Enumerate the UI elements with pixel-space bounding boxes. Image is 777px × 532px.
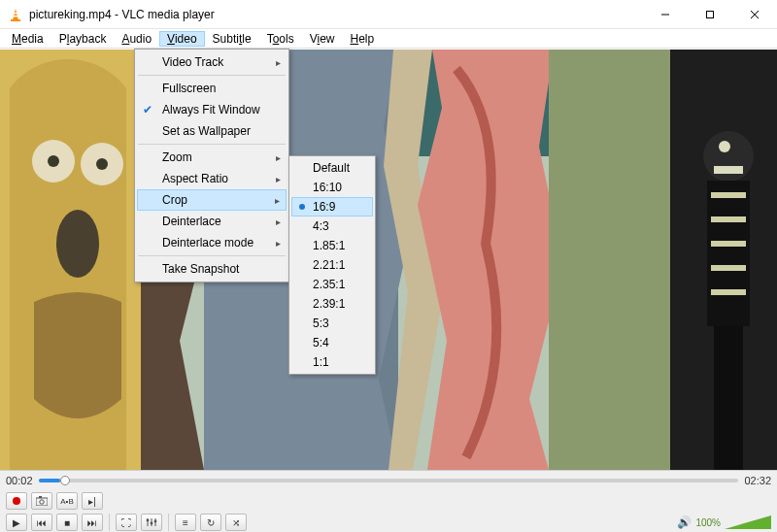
snapshot-button[interactable] (31, 492, 52, 510)
crop-option-5-3[interactable]: 5:3 (291, 314, 373, 333)
frame-step-button[interactable]: ▸| (82, 492, 103, 510)
menu-aspect-ratio[interactable]: Aspect Ratio▸ (137, 168, 287, 189)
svg-point-20 (703, 131, 754, 182)
chevron-right-icon: ▸ (276, 174, 281, 184)
vlc-cone-icon (8, 7, 23, 22)
shuffle-button[interactable]: ⤨ (225, 514, 247, 531)
video-dropdown: Video Track▸ Fullscreen ✔Always Fit Wind… (134, 49, 289, 283)
crop-option-16-9[interactable]: 16:9 (291, 197, 373, 216)
menu-fullscreen[interactable]: Fullscreen (137, 78, 287, 99)
divider (168, 514, 169, 531)
atob-loop-button[interactable]: A•B (56, 492, 78, 510)
crop-option-185-1[interactable]: 1.85:1 (291, 236, 373, 255)
crop-option-1-1[interactable]: 1:1 (291, 352, 373, 372)
next-button[interactable]: ⏭ (82, 514, 103, 531)
stop-icon: ■ (64, 517, 70, 528)
time-current: 00:02 (6, 475, 33, 486)
titlebar: pictureking.mp4 - VLC media player (0, 0, 777, 29)
loop-button[interactable]: ↻ (200, 514, 221, 531)
title-filename: pictureking.mp4 (29, 8, 112, 21)
window-title: pictureking.mp4 - VLC media player (29, 8, 643, 21)
svg-point-30 (151, 522, 153, 525)
crop-option-default[interactable]: Default (291, 158, 373, 178)
extended-settings-button[interactable] (141, 514, 162, 531)
svg-point-29 (147, 519, 150, 522)
seek-bar[interactable] (39, 479, 739, 482)
svg-rect-3 (14, 16, 17, 17)
record-icon (13, 497, 20, 505)
minimize-button[interactable] (643, 0, 688, 29)
crop-option-5-4[interactable]: 5:4 (291, 333, 373, 352)
menu-playback[interactable]: Playback (51, 31, 115, 47)
menu-separator (138, 255, 286, 256)
volume-control[interactable]: 🔊 100% (677, 515, 771, 529)
video-frame (0, 50, 777, 470)
chevron-right-icon: ▸ (276, 238, 281, 249)
crop-option-221-1[interactable]: 2.21:1 (291, 255, 373, 275)
svg-rect-18 (549, 50, 670, 470)
close-button[interactable] (732, 0, 777, 29)
menu-video-track[interactable]: Video Track▸ (137, 51, 287, 73)
crop-submenu: Default 16:10 16:9 4:3 1.85:1 2.21:1 2.3… (288, 155, 376, 375)
video-area[interactable] (0, 50, 777, 470)
extra-controls-row: A•B ▸| (0, 490, 777, 512)
svg-rect-5 (707, 11, 714, 17)
stop-button[interactable]: ■ (56, 514, 78, 531)
crop-option-16-10[interactable]: 16:10 (291, 178, 373, 197)
menu-crop[interactable]: Crop▸ (137, 189, 287, 211)
svg-rect-21 (707, 181, 750, 326)
shuffle-icon: ⤨ (232, 517, 240, 528)
svg-point-14 (48, 155, 59, 167)
menu-view[interactable]: View (302, 31, 343, 47)
playlist-button[interactable]: ≡ (175, 514, 196, 531)
timeline: 00:02 02:32 (0, 471, 777, 490)
chevron-right-icon: ▸ (276, 216, 281, 227)
menu-audio[interactable]: Audio (114, 31, 159, 47)
svg-rect-1 (11, 19, 20, 21)
speaker-icon: 🔊 (677, 515, 692, 529)
menu-take-snapshot[interactable]: Take Snapshot (137, 258, 287, 280)
next-icon: ⏭ (87, 517, 97, 528)
menu-separator (138, 144, 286, 145)
seek-progress (39, 479, 60, 482)
record-button[interactable] (6, 492, 27, 510)
menubar: Media Playback Audio Video Subtitle Tool… (0, 29, 777, 49)
camera-icon (36, 496, 48, 506)
menu-help[interactable]: Help (342, 31, 382, 47)
fullscreen-icon: ⛶ (121, 517, 131, 528)
svg-rect-22 (714, 326, 743, 470)
crop-option-239-1[interactable]: 2.39:1 (291, 294, 373, 314)
menu-set-as-wallpaper[interactable]: Set as Wallpaper (137, 120, 287, 142)
volume-percent: 100% (695, 517, 721, 528)
maximize-button[interactable] (688, 0, 732, 29)
previous-button[interactable]: ⏮ (31, 514, 52, 531)
svg-point-16 (56, 210, 99, 278)
title-appname: VLC media player (121, 8, 214, 21)
playlist-icon: ≡ (183, 517, 188, 528)
crop-option-235-1[interactable]: 2.35:1 (291, 275, 373, 294)
crop-option-4-3[interactable]: 4:3 (291, 216, 373, 236)
menu-subtitle[interactable]: Subtitle (205, 31, 259, 47)
menu-separator (138, 75, 286, 76)
main-controls-row: ▶ ⏮ ■ ⏭ ⛶ ≡ ↻ ⤨ 🔊 100% (0, 512, 777, 532)
svg-rect-25 (39, 496, 42, 498)
menu-tools[interactable]: Tools (259, 31, 302, 47)
menu-media[interactable]: Media (4, 31, 51, 47)
menu-video[interactable]: Video (159, 31, 204, 47)
play-button[interactable]: ▶ (6, 514, 27, 531)
menu-deinterlace-mode[interactable]: Deinterlace mode▸ (137, 232, 287, 253)
menu-deinterlace[interactable]: Deinterlace▸ (137, 211, 287, 232)
svg-rect-23 (36, 498, 48, 506)
menu-zoom[interactable]: Zoom▸ (137, 147, 287, 168)
frame-step-icon: ▸| (88, 496, 96, 507)
chevron-right-icon: ▸ (276, 152, 281, 163)
prev-icon: ⏮ (37, 517, 47, 528)
seek-thumb[interactable] (60, 476, 70, 485)
fullscreen-button[interactable]: ⛶ (116, 514, 137, 531)
volume-slider[interactable] (725, 515, 771, 529)
menu-always-fit-window[interactable]: ✔Always Fit Window (137, 99, 287, 120)
chevron-right-icon: ▸ (276, 57, 281, 68)
equalizer-icon (146, 517, 157, 527)
bullet-icon (299, 204, 305, 210)
svg-marker-0 (13, 9, 18, 20)
